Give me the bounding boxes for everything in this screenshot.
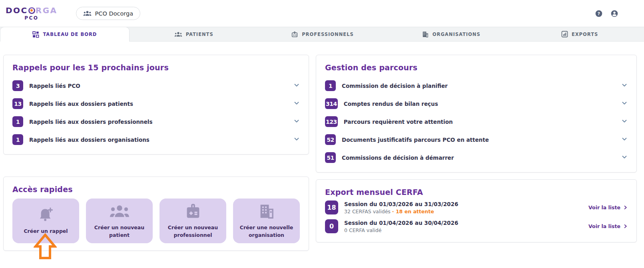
chevron-right-icon [623, 205, 628, 210]
tab-label: EXPORTS [572, 32, 598, 37]
create-organisation-tile[interactable]: Créer une nouvelle organisation [233, 199, 300, 243]
chevron-down-icon[interactable] [621, 82, 628, 90]
people-group-icon [83, 10, 92, 16]
tab-exports[interactable]: EXPORTS [515, 27, 644, 41]
pending-count: · 18 en attente [392, 208, 434, 214]
chart-export-icon [561, 31, 568, 38]
chevron-down-icon[interactable] [621, 136, 628, 144]
logo-text-suffix: RGA [36, 6, 58, 14]
tile-label: Créer un rappel [24, 228, 68, 235]
tile-label: Créer un nouveau professionnel [165, 224, 221, 239]
tab-patients[interactable]: PATIENTS [130, 27, 258, 41]
reminders-card: Rappels pour les 15 prochains jours 3 Ra… [3, 55, 309, 155]
svg-text:?: ? [598, 11, 600, 16]
count-badge: 123 [325, 116, 338, 127]
chevron-down-icon[interactable] [293, 118, 300, 126]
tab-label: ORGANISATIONS [433, 32, 481, 37]
reminder-row-patients[interactable]: 13 Rappels liés aux dossiers patients [12, 95, 300, 113]
tile-label: Créer une nouvelle organisation [239, 224, 294, 239]
count-badge: 1 [12, 116, 23, 127]
parcours-row-attention[interactable]: 123 Parcours requièrent votre attention [325, 113, 628, 131]
tab-organisations[interactable]: ORGANISATIONS [387, 27, 515, 41]
row-label: Commissions de décision à démarrer [342, 155, 454, 161]
parcours-card-title: Gestion des parcours [325, 63, 628, 72]
row-label: Comptes rendus de bilan reçus [344, 101, 438, 107]
session-status: 32 CERFAS validés · 18 en attente [344, 208, 458, 214]
quick-access-title: Accès rapides [12, 185, 300, 194]
logo-text-prefix: DOC [6, 6, 28, 14]
dashboard-content: Rappels pour les 15 prochains jours 3 Ra… [0, 42, 644, 251]
chevron-down-icon[interactable] [621, 118, 628, 126]
row-label: Rappels liés PCO [29, 83, 80, 89]
session-title: Session du 01/04/2026 au 30/04/2026 [344, 220, 458, 226]
cerfa-session-row-march: 18 Session du 01/03/2026 au 31/03/2026 3… [325, 201, 628, 214]
badge-plus-icon [184, 203, 202, 220]
parcours-row-commission-planifier[interactable]: 1 Commission de décision à planifier [325, 77, 628, 95]
account-circle-icon[interactable] [610, 10, 618, 18]
parcours-card: Gestion des parcours 1 Commission de déc… [316, 55, 637, 173]
dashboard-icon [32, 31, 39, 38]
chevron-down-icon[interactable] [293, 100, 300, 108]
row-label: Rappels liés aux dossiers professionnels [29, 119, 152, 125]
chevron-down-icon[interactable] [293, 82, 300, 90]
row-label: Parcours requièrent votre attention [344, 119, 453, 125]
create-reminder-tile[interactable]: Créer un rappel [12, 199, 79, 243]
building-icon [258, 203, 275, 220]
row-label: Commission de décision à planifier [342, 83, 448, 89]
count-badge: 3 [12, 80, 23, 91]
app-logo: DOC RGA PCO [6, 6, 58, 20]
row-label: Rappels liés aux dossiers patients [29, 101, 133, 107]
quick-access-card: Accès rapides Créer un rappel [3, 177, 309, 251]
count-badge: 52 [325, 134, 336, 145]
app-header: DOC RGA PCO PCO Docorga ? [0, 0, 644, 27]
building-icon [422, 31, 429, 38]
cerfa-session-row-april: 0 Session du 01/04/2026 au 30/04/2026 0 … [325, 219, 628, 233]
count-badge: 51 [325, 152, 336, 163]
chevron-right-icon [623, 224, 628, 228]
people-group-icon [109, 203, 130, 220]
count-badge: 1 [12, 134, 23, 145]
parcours-row-justificatifs[interactable]: 52 Documents justificatifs parcours PCO … [325, 131, 628, 149]
tab-tableau-de-bord[interactable]: TABLEAU DE BORD [0, 27, 130, 42]
parcours-row-commission-demarrer[interactable]: 51 Commissions de décision à démarrer [325, 149, 628, 167]
reminders-card-title: Rappels pour les 15 prochains jours [12, 63, 300, 72]
tab-label: PATIENTS [186, 32, 213, 37]
logo-wordmark: DOC RGA [6, 6, 58, 14]
tile-label: Créer un nouveau patient [92, 224, 147, 239]
create-professional-tile[interactable]: Créer un nouveau professionnel [160, 199, 226, 243]
create-patient-tile[interactable]: Créer un nouveau patient [86, 199, 153, 243]
main-nav-tabs: TABLEAU DE BORD PATIENTS PROFESSIONNELS [0, 27, 644, 42]
session-title: Session du 01/03/2026 au 31/03/2026 [344, 201, 458, 207]
reminder-row-organisations[interactable]: 1 Rappels liés aux dossiers organisation… [12, 131, 300, 149]
workspace-name: PCO Docorga [95, 10, 134, 17]
bell-plus-icon [37, 206, 55, 223]
cerfa-card: Export mensuel CERFA 18 Session du 01/03… [316, 179, 637, 242]
badge-icon [291, 31, 298, 38]
logo-subtitle: PCO [24, 16, 38, 20]
count-badge: 13 [12, 98, 23, 109]
cerfa-card-title: Export mensuel CERFA [325, 188, 628, 197]
count-badge: 0 [325, 219, 338, 233]
tab-label: TABLEAU DE BORD [43, 32, 97, 37]
chevron-down-icon[interactable] [293, 136, 300, 144]
tab-label: PROFESSIONNELS [302, 32, 354, 37]
help-icon[interactable]: ? [595, 10, 603, 18]
session-status: 0 CERFA validé [344, 227, 458, 233]
tab-professionnels[interactable]: PROFESSIONNELS [258, 27, 387, 41]
count-badge: 1 [325, 80, 336, 91]
count-badge: 314 [325, 98, 338, 109]
row-label: Rappels liés aux dossiers organisations [29, 137, 150, 143]
count-badge: 18 [325, 201, 338, 214]
brand-o-swirl-icon [28, 7, 35, 14]
reminder-row-professionnels[interactable]: 1 Rappels liés aux dossiers professionne… [12, 113, 300, 131]
people-group-icon [174, 32, 182, 37]
see-list-link[interactable]: Voir la liste [588, 204, 628, 210]
row-label: Documents justificatifs parcours PCO en … [342, 137, 489, 143]
parcours-row-comptes-rendus[interactable]: 314 Comptes rendus de bilan reçus [325, 95, 628, 113]
reminder-row-pco[interactable]: 3 Rappels liés PCO [12, 77, 300, 95]
see-list-link[interactable]: Voir la liste [588, 223, 628, 229]
chevron-down-icon[interactable] [621, 154, 628, 162]
workspace-selector[interactable]: PCO Docorga [76, 7, 141, 20]
chevron-down-icon[interactable] [621, 100, 628, 108]
